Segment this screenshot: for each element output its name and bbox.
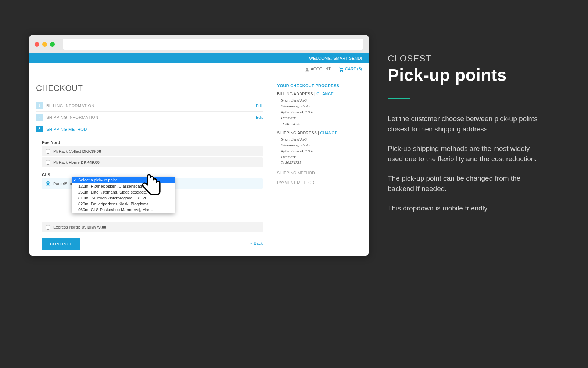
ship-name: ParcelShop	[53, 181, 74, 186]
promo-paragraph: Pick-up shipping methods are the most wi…	[388, 144, 542, 164]
radio-input[interactable]	[46, 181, 50, 186]
step-title: SHIPPING INFORMATION	[46, 115, 256, 120]
group-postnord: PostNord	[42, 140, 263, 145]
ship-price: DKK79.00	[87, 225, 106, 229]
step-num: 3	[36, 126, 43, 132]
ship-name: Express Nordic 09	[53, 225, 86, 229]
step-num: 2	[36, 114, 43, 121]
edit-link[interactable]: Edit	[256, 103, 263, 108]
radio-input[interactable]	[46, 225, 50, 230]
ship-opt-mypack-home[interactable]: MyPack Home DKK49.00	[42, 157, 263, 167]
url-bar[interactable]	[63, 39, 363, 50]
shipping-address: Smart Send ApS Willemoesgade 42 Københav…	[277, 135, 362, 166]
cart-icon	[338, 67, 344, 72]
account-bar: ACCOUNT CART (5)	[29, 63, 369, 76]
progress-payment-method: PAYMENT METHOD	[277, 180, 362, 185]
dropdown-item[interactable]: 960m: GLS Pakkeshop Marmorvej, Mar…	[72, 207, 175, 213]
step-num: 1	[36, 102, 43, 109]
ship-price: DKK39.00	[82, 149, 101, 153]
step-title: BILLING INFORMATION	[46, 103, 256, 108]
ship-name: MyPack Collect	[53, 149, 81, 153]
promo-kicker: CLOSEST	[388, 53, 542, 64]
promo-panel: CLOSEST Pick-up points Let the customer …	[388, 53, 542, 223]
radio-input[interactable]	[46, 149, 50, 154]
pointer-hand-icon	[138, 171, 166, 200]
change-billing-link[interactable]: CHANGE	[316, 92, 334, 96]
promo-divider	[388, 98, 410, 99]
checkout-main: CHECKOUT 1 BILLING INFORMATION Edit 2 SH…	[36, 84, 270, 250]
step-title: SHIPPING METHOD	[46, 127, 263, 131]
step-billing[interactable]: 1 BILLING INFORMATION Edit	[36, 100, 263, 112]
account-label: ACCOUNT	[311, 67, 331, 71]
svg-point-1	[340, 71, 341, 71]
step-shipping-method[interactable]: 3 SHIPPING METHOD	[36, 123, 263, 135]
back-link[interactable]: « Back	[250, 241, 263, 245]
promo-paragraph: This dropdown is mobile friendly.	[388, 203, 542, 213]
minimize-icon[interactable]	[42, 42, 47, 47]
welcome-text: WELCOME, SMART SEND!	[309, 56, 362, 60]
cart-label: CART (5)	[345, 67, 362, 71]
promo-paragraph: The pick-up point can be changed from th…	[388, 173, 542, 194]
ship-opt-express[interactable]: Express Nordic 09 DKK79.00	[42, 222, 263, 232]
radio-input[interactable]	[46, 160, 50, 165]
svg-point-2	[342, 71, 343, 71]
shipping-address-label: SHIPPING ADDRESS | CHANGE	[277, 131, 362, 135]
continue-button[interactable]: CONTINUE	[42, 238, 80, 250]
change-shipping-link[interactable]: CHANGE	[320, 131, 338, 135]
ship-opt-mypack-collect[interactable]: MyPack Collect DKK39.00	[42, 146, 263, 156]
progress-title: YOUR CHECKOUT PROGRESS	[277, 84, 362, 88]
close-icon[interactable]	[35, 42, 39, 47]
svg-point-0	[306, 68, 308, 70]
progress-shipping-method: SHIPPING METHOD	[277, 171, 362, 175]
billing-address: Smart Send ApS Willemoesgade 42 Københav…	[277, 96, 362, 127]
promo-paragraph: Let the customer choose between pick-up …	[388, 114, 542, 134]
promo-headline: Pick-up points	[388, 65, 542, 85]
billing-address-label: BILLING ADDRESS | CHANGE	[277, 92, 362, 96]
browser-chrome	[29, 35, 369, 53]
checkout-title: CHECKOUT	[36, 84, 263, 93]
user-icon	[305, 67, 310, 72]
maximize-icon[interactable]	[50, 42, 55, 47]
step-shipping-info[interactable]: 2 SHIPPING INFORMATION Edit	[36, 112, 263, 123]
ship-name: MyPack Home	[53, 160, 80, 164]
dropdown-item[interactable]: 820m: Fælledparkens Kiosk, Blegdams…	[72, 201, 175, 207]
ship-price: DKK49.00	[81, 160, 100, 164]
cart-link[interactable]: CART (5)	[338, 67, 362, 72]
edit-link[interactable]: Edit	[256, 115, 263, 120]
account-link[interactable]: ACCOUNT	[305, 67, 331, 72]
welcome-bar: WELCOME, SMART SEND!	[29, 53, 369, 63]
checkout-progress-sidebar: YOUR CHECKOUT PROGRESS BILLING ADDRESS |…	[270, 84, 362, 250]
browser-window: WELCOME, SMART SEND! ACCOUNT CART (5) CH…	[29, 35, 369, 256]
